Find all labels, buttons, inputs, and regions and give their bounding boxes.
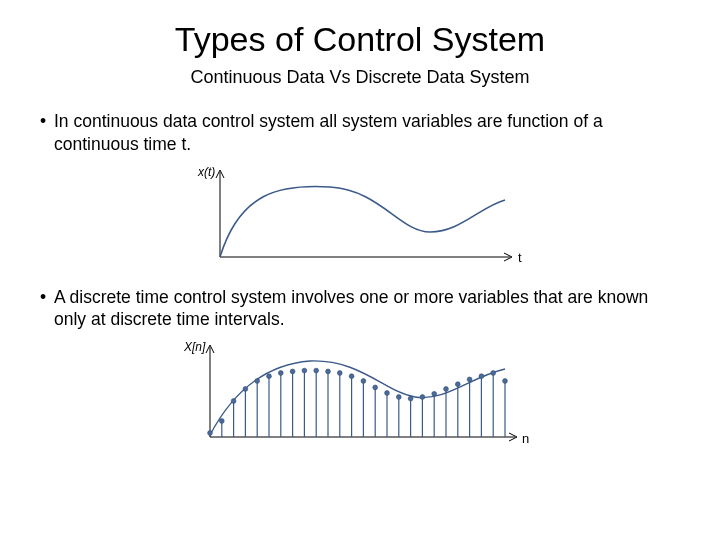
svg-point-5 bbox=[208, 431, 213, 436]
svg-point-17 bbox=[278, 371, 283, 376]
svg-point-13 bbox=[255, 379, 260, 384]
svg-point-29 bbox=[349, 374, 354, 379]
svg-point-47 bbox=[455, 382, 460, 387]
svg-point-41 bbox=[420, 395, 425, 400]
svg-point-27 bbox=[337, 371, 342, 376]
svg-point-53 bbox=[491, 371, 496, 376]
svg-point-35 bbox=[385, 391, 390, 396]
svg-point-7 bbox=[219, 419, 224, 424]
svg-point-43 bbox=[432, 391, 437, 396]
chart1-ylabel: x(t) bbox=[197, 165, 215, 179]
svg-point-55 bbox=[503, 379, 508, 384]
svg-point-33 bbox=[373, 385, 378, 390]
chart-continuous: x(t) t bbox=[40, 162, 680, 272]
svg-point-19 bbox=[290, 369, 295, 374]
svg-point-51 bbox=[479, 374, 484, 379]
svg-point-31 bbox=[361, 379, 366, 384]
svg-point-23 bbox=[314, 368, 319, 373]
bullet-continuous: In continuous data control system all sy… bbox=[40, 110, 680, 156]
svg-point-45 bbox=[444, 387, 449, 392]
svg-point-49 bbox=[467, 377, 472, 382]
svg-point-15 bbox=[267, 374, 272, 379]
svg-point-9 bbox=[231, 399, 236, 404]
chart2-xlabel: n bbox=[522, 431, 529, 446]
page-subtitle: Continuous Data Vs Discrete Data System bbox=[40, 67, 680, 88]
page-title: Types of Control System bbox=[40, 20, 680, 59]
chart-discrete: X[n] n bbox=[40, 337, 680, 457]
chart2-ylabel: X[n] bbox=[183, 340, 206, 354]
bullet-discrete: A discrete time control system involves … bbox=[40, 286, 680, 332]
svg-point-39 bbox=[408, 396, 413, 401]
svg-point-37 bbox=[396, 395, 401, 400]
svg-point-21 bbox=[302, 368, 307, 373]
chart1-xlabel: t bbox=[518, 250, 522, 265]
svg-point-25 bbox=[326, 369, 331, 374]
svg-point-11 bbox=[243, 387, 248, 392]
